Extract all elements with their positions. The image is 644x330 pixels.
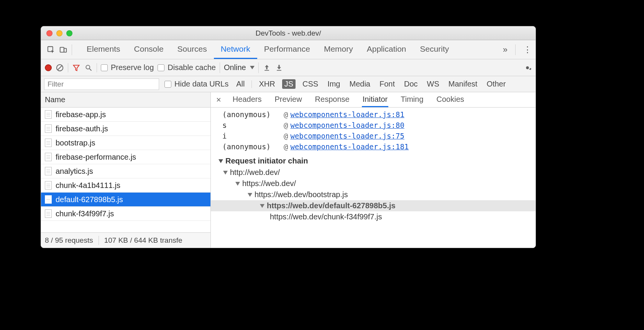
status-bar: 8 / 95 requests 107 KB / 644 KB transfe xyxy=(41,232,210,248)
type-filter-ws[interactable]: WS xyxy=(425,79,442,89)
tab-performance[interactable]: Performance xyxy=(257,40,317,59)
hide-data-urls-checkbox[interactable]: Hide data URLs xyxy=(164,80,228,88)
file-icon xyxy=(45,124,52,133)
type-filter-xhr[interactable]: XHR xyxy=(256,79,277,89)
kebab-menu-icon[interactable]: ⋮ xyxy=(523,45,532,55)
disable-cache-checkbox[interactable]: Disable cache xyxy=(158,63,216,72)
device-toolbar-icon[interactable] xyxy=(57,44,69,56)
chain-url: https://web.dev/chunk-f34f99f7.js xyxy=(270,212,382,221)
detail-tab-timing[interactable]: Timing xyxy=(400,92,424,107)
throttling-value: Online xyxy=(224,63,246,72)
initiator-chain-header[interactable]: Request initiator chain xyxy=(211,154,536,167)
filter-input[interactable] xyxy=(44,78,159,90)
stack-source-link[interactable]: webcomponents-loader.js:80 xyxy=(290,121,404,129)
request-row[interactable]: firebase-performance.js xyxy=(41,150,210,164)
separator xyxy=(72,44,72,55)
request-row[interactable]: firebase-app.js xyxy=(41,108,210,122)
detail-tab-headers[interactable]: Headers xyxy=(232,92,263,107)
inspect-element-icon[interactable] xyxy=(45,44,57,56)
throttling-select[interactable]: Online xyxy=(220,62,259,73)
request-row[interactable]: chunk-4a1b4111.js xyxy=(41,178,210,193)
name-column-header[interactable]: Name xyxy=(41,92,210,108)
type-filter-doc[interactable]: Doc xyxy=(402,79,420,89)
tab-application[interactable]: Application xyxy=(360,40,413,59)
minimize-window-button[interactable] xyxy=(56,30,62,36)
svg-point-4 xyxy=(86,65,90,69)
record-button[interactable] xyxy=(45,64,52,71)
chain-url: https://web.dev/default-627898b5.js xyxy=(267,201,396,210)
tab-memory[interactable]: Memory xyxy=(317,40,360,59)
chain-url: https://web.dev/bootstrap.js xyxy=(255,190,348,199)
disclosure-triangle-icon xyxy=(235,182,240,186)
status-transfer: 107 KB / 644 KB transfe xyxy=(104,236,182,245)
chain-row[interactable]: https://web.dev/ xyxy=(211,178,536,189)
stack-frame: s@webcomponents-loader.js:80 xyxy=(211,120,536,131)
detail-tab-initiator[interactable]: Initiator xyxy=(362,92,389,107)
hide-data-urls-label: Hide data URLs xyxy=(174,80,228,88)
separator xyxy=(515,44,516,55)
search-icon[interactable] xyxy=(84,64,93,72)
tab-sources[interactable]: Sources xyxy=(171,40,214,59)
stack-fn: i xyxy=(222,132,284,140)
svg-rect-2 xyxy=(64,48,66,52)
preserve-log-label: Preserve log xyxy=(111,63,154,72)
overflow-tabs-icon[interactable]: » xyxy=(503,45,508,55)
svg-rect-5 xyxy=(264,70,269,70)
type-filter-css[interactable]: CSS xyxy=(300,79,320,89)
type-filter-other[interactable]: Other xyxy=(484,79,508,89)
type-filter-media[interactable]: Media xyxy=(347,79,372,89)
clear-log-icon[interactable] xyxy=(56,64,64,72)
chain-url: http://web.dev/ xyxy=(230,168,280,177)
stack-source-link[interactable]: webcomponents-loader.js:81 xyxy=(290,110,404,119)
type-filter-manifest[interactable]: Manifest xyxy=(446,79,480,89)
upload-har-icon[interactable] xyxy=(263,64,271,72)
type-filter-img[interactable]: Img xyxy=(325,79,342,89)
request-name: default-627898b5.js xyxy=(56,195,123,204)
request-row[interactable]: default-627898b5.js xyxy=(41,193,210,207)
initiator-chain: http://web.dev/https://web.dev/https://w… xyxy=(211,167,536,222)
file-icon xyxy=(45,139,52,147)
separator xyxy=(97,63,97,72)
chain-row[interactable]: https://web.dev/chunk-f34f99f7.js xyxy=(211,211,536,222)
request-row[interactable]: firebase-auth.js xyxy=(41,122,210,136)
request-row[interactable]: chunk-f34f99f7.js xyxy=(41,207,210,221)
file-icon xyxy=(45,209,52,218)
chain-row[interactable]: https://web.dev/bootstrap.js xyxy=(211,189,536,200)
devtools-window: DevTools - web.dev/ ElementsConsoleSourc… xyxy=(41,26,536,248)
chevron-down-icon xyxy=(250,66,255,69)
tab-console[interactable]: Console xyxy=(127,40,171,59)
request-row[interactable]: analytics.js xyxy=(41,164,210,178)
close-window-button[interactable] xyxy=(46,30,53,36)
zoom-window-button[interactable] xyxy=(66,30,72,36)
initiator-chain-title: Request initiator chain xyxy=(225,157,308,165)
tab-network[interactable]: Network xyxy=(214,40,257,59)
detail-pane: × HeadersPreviewResponseInitiatorTimingC… xyxy=(211,92,536,248)
preserve-log-checkbox[interactable]: Preserve log xyxy=(101,63,154,72)
detail-tab-preview[interactable]: Preview xyxy=(274,92,302,107)
type-filter-font[interactable]: Font xyxy=(377,79,397,89)
stack-frame: i@webcomponents-loader.js:75 xyxy=(211,131,536,141)
chain-row[interactable]: https://web.dev/default-627898b5.js xyxy=(211,200,536,211)
close-detail-icon[interactable]: × xyxy=(216,95,223,105)
request-name: firebase-auth.js xyxy=(56,124,108,133)
detail-tab-cookies[interactable]: Cookies xyxy=(436,92,465,107)
request-row[interactable]: bootstrap.js xyxy=(41,136,210,150)
tab-security[interactable]: Security xyxy=(413,40,456,59)
stack-source-link[interactable]: webcomponents-loader.js:75 xyxy=(290,132,404,140)
type-filter-all[interactable]: All xyxy=(234,79,247,89)
stack-source-link[interactable]: webcomponents-loader.js:181 xyxy=(290,142,409,151)
download-har-icon[interactable] xyxy=(275,64,283,72)
resource-type-filter: AllXHRJSCSSImgMediaFontDocWSManifestOthe… xyxy=(234,79,508,89)
initiator-details: (anonymous)@webcomponents-loader.js:81s@… xyxy=(211,108,536,248)
detail-tabs: × HeadersPreviewResponseInitiatorTimingC… xyxy=(211,92,536,108)
chain-row[interactable]: http://web.dev/ xyxy=(211,167,536,178)
filter-toggle-icon[interactable] xyxy=(72,64,80,72)
file-icon xyxy=(45,110,52,119)
type-filter-js[interactable]: JS xyxy=(282,79,296,89)
request-list[interactable]: firebase-app.jsfirebase-auth.jsbootstrap… xyxy=(41,108,210,232)
disclosure-triangle-icon xyxy=(223,171,228,175)
detail-tab-response[interactable]: Response xyxy=(314,92,350,107)
tab-elements[interactable]: Elements xyxy=(80,40,127,59)
network-settings-icon[interactable] xyxy=(523,64,532,72)
request-name: chunk-4a1b4111.js xyxy=(56,181,120,190)
